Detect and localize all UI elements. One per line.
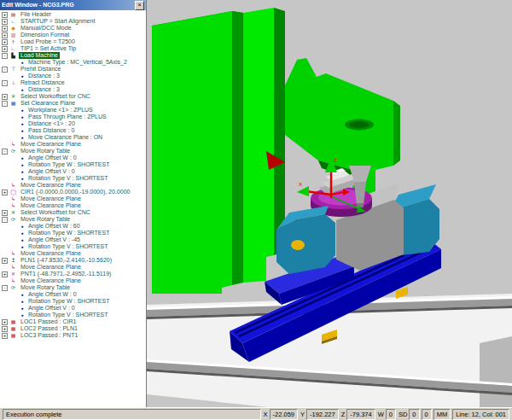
- tree-row[interactable]: ● Machine Type : MC_Vertical_5Axis_2: [0, 59, 146, 66]
- tree-row[interactable]: + ✕ PNT1 (-48.7971,-2.4952,-11.5119): [0, 271, 146, 277]
- tree-item-label[interactable]: Pass Through Plane : ZPLUS: [26, 114, 108, 120]
- tree-item-label[interactable]: Rotation Type W : SHORTEST: [26, 298, 111, 305]
- tree-item-label[interactable]: LOC2 Passed : PLN1: [19, 325, 79, 332]
- tree-row[interactable]: ● Angle Offset W : 60: [0, 223, 146, 230]
- expand-collapse-icon[interactable]: -: [2, 101, 8, 107]
- tree-row[interactable]: ● Workplane <1> : ZPLUS: [0, 107, 146, 114]
- tree-row[interactable]: ● Rotation Type W : SHORTEST: [0, 230, 146, 236]
- expand-collapse-icon[interactable]: -: [2, 80, 8, 86]
- tree-row[interactable]: ↳ Move Clearance Plane: [0, 195, 146, 202]
- tree-row[interactable]: + ▥ Dimension Format: [0, 32, 146, 38]
- tree-item-label[interactable]: Angle Offset W : 0: [26, 291, 79, 298]
- tree-row[interactable]: + ✕ Select Workoffset for CNC: [0, 93, 146, 100]
- tree-row[interactable]: ● Angle Offset V : 0: [0, 168, 146, 175]
- expand-collapse-icon[interactable]: +: [2, 333, 8, 339]
- tree-item-label[interactable]: Dimension Format: [19, 32, 71, 38]
- tree-item-label[interactable]: Angle Offset W : 60: [26, 223, 82, 230]
- tree-item-label[interactable]: Move Rotary Table: [19, 216, 72, 223]
- tree-row[interactable]: - ⟳ Move Rotary Table: [0, 148, 146, 155]
- edit-window-title-bar[interactable]: Edit Window - NCG3.PRG ×: [0, 0, 146, 10]
- tree-item-label[interactable]: PLN1 (-47.8530,-2.4140,-10.5620): [19, 257, 113, 264]
- tree-item-label[interactable]: Rotation Type V : SHORTEST: [26, 243, 110, 250]
- tree-item-label[interactable]: Workplane <1> : ZPLUS: [26, 107, 95, 114]
- tree-item-label[interactable]: Set Clearance Plane: [19, 100, 77, 107]
- tree-item-label[interactable]: Rotation Type V : SHORTEST: [26, 312, 110, 318]
- tree-row[interactable]: + † Load Probe = T2500: [0, 38, 146, 45]
- tree-row[interactable]: ● Rotation Type W : SHORTEST: [0, 298, 146, 305]
- tree-row[interactable]: - ▙ Load Machine: [0, 52, 146, 59]
- tree-row[interactable]: + ▦ LOC1 Passed : CIR1: [0, 318, 146, 325]
- tree-row[interactable]: - ▦ Set Clearance Plane: [0, 100, 146, 107]
- tree-item-label[interactable]: Angle Offset V : -45: [26, 236, 82, 243]
- tree-row[interactable]: ● Distance <1> : 20: [0, 120, 146, 127]
- tree-row[interactable]: ● Rotation Type V : SHORTEST: [0, 175, 146, 182]
- machine-3d-viewport[interactable]: Z X: [147, 0, 512, 407]
- tree-row[interactable]: ● Distance : 3: [0, 86, 146, 93]
- tree-row[interactable]: - ⊥ Retract Distance: [0, 79, 146, 86]
- tree-item-label[interactable]: Move Clearance Plane: [19, 141, 83, 148]
- tree-item-label[interactable]: Move Clearance Plane: [19, 250, 83, 257]
- tree-row[interactable]: + ▦ LOC3 Passed : PNT1: [0, 332, 146, 339]
- tree-item-label[interactable]: Move Clearance Plane: [19, 277, 83, 284]
- tree-item-label[interactable]: Distance <1> : 20: [26, 120, 77, 127]
- tree-item-label[interactable]: Distance : 3: [26, 73, 61, 79]
- expand-collapse-icon[interactable]: -: [2, 285, 8, 291]
- tree-row[interactable]: ● Angle Offset V : 0: [0, 305, 146, 312]
- tree-item-label[interactable]: LOC3 Passed : PNT1: [19, 332, 79, 339]
- expand-collapse-icon[interactable]: +: [2, 326, 8, 332]
- tree-item-label[interactable]: Rotation Type W : SHORTEST: [26, 161, 111, 168]
- expand-collapse-icon[interactable]: +: [2, 46, 8, 52]
- expand-collapse-icon[interactable]: +: [2, 19, 8, 25]
- expand-collapse-icon[interactable]: +: [2, 94, 8, 100]
- tree-item-label[interactable]: Machine Type : MC_Vertical_5Axis_2: [26, 59, 129, 66]
- expand-collapse-icon[interactable]: +: [2, 271, 8, 277]
- tree-item-label[interactable]: Rotation Type W : SHORTEST: [26, 230, 111, 236]
- tree-row[interactable]: ↳ Move Clearance Plane: [0, 250, 146, 257]
- tree-item-label[interactable]: Move Clearance Plane: [19, 264, 83, 271]
- expand-collapse-icon[interactable]: +: [2, 319, 8, 325]
- expand-collapse-icon[interactable]: +: [2, 26, 8, 32]
- expand-collapse-icon[interactable]: +: [2, 190, 8, 195]
- tree-row[interactable]: ↳ Move Clearance Plane: [0, 202, 146, 209]
- tree-item-label[interactable]: Move Clearance Plane: [19, 182, 83, 189]
- tree-row[interactable]: ● Pass Through Plane : ZPLUS: [0, 114, 146, 120]
- tree-item-label[interactable]: LOC1 Passed : CIR1: [19, 318, 78, 325]
- tree-row[interactable]: ↳ Move Clearance Plane: [0, 264, 146, 271]
- tree-item-label[interactable]: Angle Offset W : 0: [26, 155, 79, 161]
- tree-item-label[interactable]: Move Rotary Table: [19, 284, 72, 291]
- tree-row[interactable]: ● Pass Distance : 0: [0, 127, 146, 134]
- expand-collapse-icon[interactable]: -: [2, 67, 8, 73]
- tree-item-label[interactable]: Angle Offset V : 0: [26, 168, 77, 175]
- tree-row[interactable]: + ↥ PLN1 (-47.8530,-2.4140,-10.5620): [0, 257, 146, 264]
- tree-item-label[interactable]: Select Workoffset for CNC: [19, 209, 92, 216]
- tree-item-label[interactable]: CIR1 (-0.0000,0.0000,-19.0000), 20.0000: [19, 189, 131, 195]
- expand-collapse-icon[interactable]: +: [2, 39, 8, 45]
- tree-row[interactable]: + ✕ Select Workoffset for CNC: [0, 209, 146, 216]
- tree-item-label[interactable]: STARTUP = Start Alignment: [19, 18, 96, 25]
- tree-row[interactable]: ↳ Move Clearance Plane: [0, 182, 146, 189]
- tree-item-label[interactable]: Select Workoffset for CNC: [19, 93, 92, 100]
- tree-row[interactable]: ● Rotation Type V : SHORTEST: [0, 243, 146, 250]
- tree-item-label[interactable]: TIP1 = Set Active Tip: [19, 45, 78, 52]
- tree-item-label[interactable]: Move Clearance Plane: [19, 202, 83, 209]
- tree-item-label[interactable]: Move Rotary Table: [19, 148, 72, 155]
- tree-row[interactable]: ● Rotation Type V : SHORTEST: [0, 312, 146, 318]
- tree-item-label[interactable]: Angle Offset V : 0: [26, 305, 77, 312]
- expand-collapse-icon[interactable]: +: [2, 32, 8, 38]
- tree-row[interactable]: + ▤ File Header: [0, 11, 146, 18]
- tree-item-label[interactable]: Load Probe = T2500: [19, 38, 77, 45]
- tree-item-label[interactable]: Prehit Distance: [19, 66, 62, 73]
- tree-row[interactable]: ● Rotation Type W : SHORTEST: [0, 161, 146, 168]
- tree-item-label[interactable]: Rotation Type V : SHORTEST: [26, 175, 110, 182]
- tree-item-label[interactable]: File Header: [19, 11, 53, 18]
- expand-collapse-icon[interactable]: +: [2, 258, 8, 264]
- close-icon[interactable]: ×: [135, 1, 144, 10]
- expand-collapse-icon[interactable]: -: [2, 217, 8, 223]
- expand-collapse-icon[interactable]: +: [2, 210, 8, 216]
- tree-row[interactable]: ● Angle Offset V : -45: [0, 236, 146, 243]
- expand-collapse-icon[interactable]: +: [2, 12, 8, 18]
- tree-row[interactable]: ● Angle Offset W : 0: [0, 155, 146, 161]
- tree-row[interactable]: ↳ Move Clearance Plane: [0, 277, 146, 284]
- tree-row[interactable]: + ◯ CIR1 (-0.0000,0.0000,-19.0000), 20.0…: [0, 189, 146, 195]
- tree-row[interactable]: + ∟ STARTUP = Start Alignment: [0, 18, 146, 25]
